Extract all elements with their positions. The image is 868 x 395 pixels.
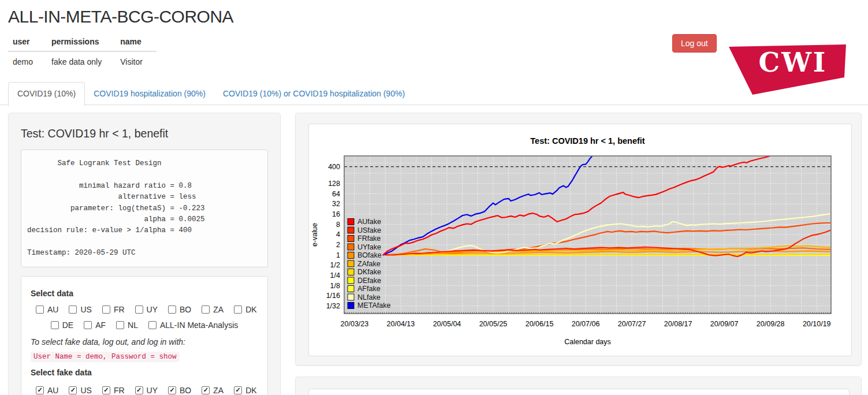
- checkbox-label: ZA: [213, 386, 223, 395]
- checkbox-unchecked-icon: [148, 321, 157, 329]
- user-table-row: demofake data onlyVisitor: [8, 51, 157, 72]
- checkbox-checked-icon: ✓: [69, 386, 77, 394]
- checkbox-FR[interactable]: ✓FR: [102, 386, 125, 395]
- login-credentials-code: User Name = demo, Password = show: [31, 352, 180, 362]
- test-panel-title: Test: COVID19 hr < 1, benefit: [21, 127, 268, 140]
- page: ALL-IN-META-BCG-CORONA userpermissionsna…: [0, 0, 868, 395]
- y-tick-64: 64: [332, 190, 340, 198]
- x-tick-20/09/28: 20/09/28: [757, 320, 785, 328]
- checkbox-AU[interactable]: ✓AU: [36, 386, 58, 395]
- legend-label-AUfake: AUfake: [357, 218, 381, 226]
- checkbox-unchecked-icon: [84, 321, 92, 329]
- x-tick-20/07/06: 20/07/06: [572, 320, 600, 328]
- checkbox-label: ALL-IN Meta-Analysis: [160, 321, 238, 330]
- checkbox-UY[interactable]: ✓UY: [135, 386, 158, 395]
- checkbox-ZA[interactable]: ZA: [202, 305, 223, 314]
- y-tick-1/16: 1/16: [326, 292, 340, 300]
- data-selection-panel: Select data AUUSFRUYBOZADKDEAFNLALL-IN M…: [21, 276, 268, 395]
- checkbox-label: FR: [114, 305, 125, 314]
- checkbox-label: DE: [62, 321, 73, 330]
- legend-swatch-AFfake: [348, 286, 354, 292]
- y-axis-label: e-value: [311, 223, 319, 247]
- x-axis-ticks: 20/03/2320/04/1320/05/0420/05/2520/06/15…: [341, 320, 831, 328]
- legend-label-UYfake: UYfake: [357, 243, 381, 251]
- y-tick-128: 128: [328, 180, 340, 188]
- checkbox-label: UY: [147, 386, 158, 395]
- checkbox-label: NL: [128, 321, 138, 330]
- checkbox-row: ✓AU✓US✓FR✓UY✓BO✓ZA✓DK: [31, 384, 258, 395]
- checkbox-label: AF: [95, 321, 106, 330]
- legend-swatch-DEfake: [348, 277, 354, 284]
- x-tick-20/06/15: 20/06/15: [526, 320, 554, 328]
- checkbox-US[interactable]: US: [69, 305, 91, 314]
- checkbox-BO[interactable]: BO: [168, 305, 191, 314]
- y-tick-1/32: 1/32: [326, 302, 340, 310]
- checkbox-DK[interactable]: ✓DK: [234, 386, 256, 395]
- chart-card: Test: COVID19 hr < 1, benefitAUfakeUSfak…: [295, 113, 862, 366]
- checkbox-UY[interactable]: UY: [135, 305, 158, 314]
- user-table-cell: fake data only: [47, 51, 116, 72]
- user-table-col-permissions: permissions: [47, 32, 116, 51]
- checkbox-ZA[interactable]: ✓ZA: [202, 386, 223, 395]
- tab-bar: COVID19 (10%)COVID19 hospitalization (90…: [0, 82, 868, 105]
- select-data-group: AUUSFRUYBOZADKDEAFNLALL-IN Meta-Analysis: [31, 305, 258, 331]
- checkbox-AF[interactable]: AF: [84, 321, 106, 330]
- cwi-logo-text: CWI: [759, 47, 828, 78]
- legend-label-METAfake: METAfake: [357, 301, 390, 310]
- checkbox-BO[interactable]: ✓BO: [168, 386, 191, 395]
- select-data-heading: Select data: [31, 289, 258, 298]
- y-tick-1/4: 1/4: [330, 271, 340, 280]
- bottom-card: [295, 377, 862, 395]
- evalue-chart: Test: COVID19 hr < 1, benefitAUfakeUSfak…: [309, 124, 851, 356]
- legend-label-DKfake: DKfake: [357, 268, 381, 276]
- legend-swatch-METAfake: [348, 303, 354, 309]
- checkbox-unchecked-icon: [51, 321, 59, 329]
- y-tick-1: 1: [336, 251, 340, 259]
- checkbox-FR[interactable]: FR: [102, 305, 125, 314]
- tab-2[interactable]: COVID19 hospitalization (90%): [85, 83, 214, 106]
- checkbox-label: FR: [114, 386, 125, 395]
- checkbox-unchecked-icon: [168, 305, 176, 314]
- y-tick-400: 400: [328, 163, 340, 171]
- legend-swatch-ZAfake: [348, 260, 354, 267]
- checkbox-label: BO: [180, 386, 191, 395]
- legend-label-DEfake: DEfake: [357, 277, 381, 285]
- checkbox-unchecked-icon: [202, 305, 210, 314]
- checkbox-unchecked-icon: [36, 305, 44, 314]
- safe-logrank-design-block: Safe Logrank Test Design minimal hazard …: [21, 150, 268, 267]
- checkbox-checked-icon: ✓: [36, 386, 44, 394]
- checkbox-label: AU: [47, 305, 58, 314]
- legend-swatch-USfake: [348, 227, 354, 233]
- checkbox-checked-icon: ✓: [168, 386, 176, 394]
- checkbox-label: UY: [147, 305, 158, 314]
- x-axis-label: Calendar days: [564, 338, 611, 346]
- bottom-card-inner-panel: [308, 389, 850, 395]
- legend-swatch-DKfake: [348, 269, 354, 275]
- checkbox-AU[interactable]: AU: [36, 305, 58, 314]
- legend-swatch-NLfake: [348, 294, 354, 300]
- logout-button[interactable]: Log out: [672, 34, 717, 53]
- checkbox-ALL-IN-Meta-Analysis[interactable]: ALL-IN Meta-Analysis: [148, 321, 238, 330]
- user-table-col-user: user: [8, 32, 47, 51]
- checkbox-US[interactable]: ✓US: [69, 386, 91, 395]
- legend-label-NLfake: NLfake: [357, 293, 381, 301]
- checkbox-label: AU: [47, 386, 58, 395]
- user-table-cell: demo: [8, 51, 47, 72]
- checkbox-label: DK: [245, 386, 256, 395]
- y-tick-1/2: 1/2: [330, 261, 340, 269]
- checkbox-label: US: [80, 386, 91, 395]
- checkbox-NL[interactable]: NL: [116, 321, 138, 330]
- user-table-col-name: name: [116, 32, 157, 51]
- checkbox-checked-icon: ✓: [234, 386, 242, 394]
- checkbox-DK[interactable]: DK: [234, 305, 256, 314]
- tab-3[interactable]: COVID19 (10%) or COVID19 hospitalization…: [214, 83, 413, 106]
- tab-1[interactable]: COVID19 (10%): [8, 82, 85, 106]
- x-tick-20/10/19: 20/10/19: [803, 320, 831, 328]
- x-tick-20/08/17: 20/08/17: [664, 320, 692, 328]
- checkbox-row: AUUSFRUYBOZADK: [31, 305, 258, 316]
- plot-background: [344, 156, 831, 314]
- checkbox-checked-icon: ✓: [102, 386, 110, 394]
- checkbox-DE[interactable]: DE: [51, 321, 73, 330]
- legend-swatch-BOfake: [348, 252, 354, 259]
- x-tick-20/05/04: 20/05/04: [433, 320, 461, 328]
